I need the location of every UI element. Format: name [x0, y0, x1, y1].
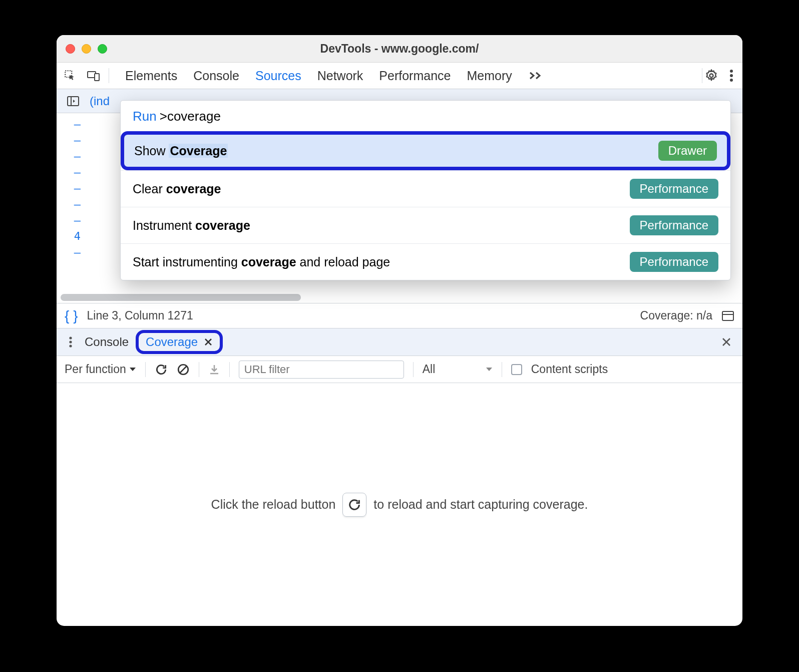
command-item-show-coverage[interactable]: Show Coverage Drawer	[121, 131, 730, 170]
badge-drawer: Drawer	[658, 141, 717, 161]
divider	[109, 68, 109, 83]
navigator-toggle-icon[interactable]	[62, 96, 85, 107]
more-tabs-icon[interactable]	[528, 69, 543, 83]
divider	[702, 68, 702, 83]
svg-rect-2	[95, 74, 99, 81]
reload-button[interactable]	[342, 493, 366, 517]
file-tab[interactable]: (ind	[85, 94, 115, 108]
line-gutter: – – – – – – – 4 –	[57, 113, 87, 303]
svg-point-12	[69, 341, 72, 343]
main-tabs: Elements Console Sources Network Perform…	[111, 69, 700, 83]
url-filter-input[interactable]	[239, 361, 404, 379]
granularity-select[interactable]: Per function	[65, 363, 136, 376]
scope-select[interactable]: All	[423, 363, 493, 376]
inspect-icon[interactable]	[64, 69, 77, 82]
window-title: DevTools - www.google.com/	[57, 42, 742, 56]
svg-point-3	[710, 74, 713, 78]
coverage-empty-message: Click the reload button to reload and st…	[211, 493, 588, 517]
device-toggle-icon[interactable]	[87, 70, 101, 82]
svg-point-13	[69, 345, 72, 347]
horizontal-scrollbar[interactable]	[61, 294, 301, 301]
content-scripts-checkbox[interactable]	[511, 364, 522, 375]
titlebar: DevTools - www.google.com/	[57, 35, 742, 63]
tab-memory[interactable]: Memory	[467, 69, 512, 83]
svg-point-4	[730, 70, 733, 73]
badge-performance: Performance	[630, 179, 718, 199]
svg-rect-9	[722, 311, 733, 320]
content-scripts-label: Content scripts	[531, 363, 608, 376]
devtools-window: DevTools - www.google.com/ Elements Cons…	[57, 35, 742, 626]
export-icon[interactable]	[208, 364, 220, 376]
reload-icon[interactable]	[155, 363, 168, 376]
drawer-kebab-icon[interactable]	[64, 336, 78, 348]
badge-performance: Performance	[630, 252, 718, 272]
tab-sources[interactable]: Sources	[255, 69, 301, 83]
command-menu: Run >coverage Show Coverage Drawer Clear…	[120, 100, 731, 280]
sidebar-toggle-icon[interactable]	[721, 310, 734, 321]
coverage-panel-body: Click the reload button to reload and st…	[57, 383, 742, 626]
kebab-menu-icon[interactable]	[729, 69, 733, 82]
drawer-tabstrip: Console Coverage	[57, 328, 742, 356]
coverage-toolbar: Per function All Content scripts	[57, 356, 742, 383]
pretty-print-icon[interactable]: { }	[65, 308, 78, 324]
command-item-clear-coverage[interactable]: Clear coverage Performance	[121, 170, 730, 207]
drawer-tab-coverage[interactable]: Coverage	[136, 330, 223, 354]
main-tabstrip: Elements Console Sources Network Perform…	[57, 63, 742, 89]
coverage-status: Coverage: n/a	[640, 309, 712, 322]
command-menu-input[interactable]: Run >coverage	[121, 101, 730, 131]
command-item-start-instrumenting[interactable]: Start instrumenting coverage and reload …	[121, 243, 730, 280]
badge-performance: Performance	[630, 215, 718, 235]
svg-point-11	[69, 337, 72, 339]
tab-performance[interactable]: Performance	[379, 69, 451, 83]
run-label: Run	[133, 109, 157, 124]
drawer-tab-console[interactable]: Console	[78, 331, 136, 353]
settings-gear-icon[interactable]	[704, 69, 718, 83]
command-item-instrument-coverage[interactable]: Instrument coverage Performance	[121, 207, 730, 243]
command-query: >coverage	[160, 109, 221, 124]
drawer-close-icon[interactable]	[717, 337, 735, 347]
tab-network[interactable]: Network	[317, 69, 363, 83]
tab-elements[interactable]: Elements	[125, 69, 177, 83]
svg-point-6	[730, 79, 733, 82]
svg-line-15	[179, 366, 187, 373]
editor-statusbar: { } Line 3, Column 1271 Coverage: n/a	[57, 303, 742, 328]
svg-point-5	[730, 74, 733, 77]
clear-icon[interactable]	[177, 363, 190, 376]
close-tab-icon[interactable]	[204, 338, 213, 347]
cursor-position: Line 3, Column 1271	[87, 309, 193, 322]
tab-console[interactable]: Console	[193, 69, 239, 83]
